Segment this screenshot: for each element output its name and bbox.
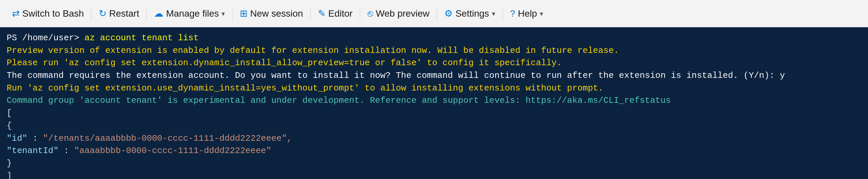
toolbar: ⇄ Switch to Bash ↻ Restart ☁ Manage file… — [0, 0, 868, 27]
switch-bash-label: Switch to Bash — [22, 8, 84, 19]
restart-label: Restart — [109, 8, 139, 19]
terminal-line-5: Command group 'account tenant' is experi… — [7, 94, 861, 107]
command-text: az account tenant list — [85, 33, 198, 43]
settings-button[interactable]: ⚙ Settings ▾ — [438, 0, 501, 27]
editor-label: Editor — [328, 8, 352, 19]
json-id-value: "/tenants/aaaabbbb-0000-cccc-1111-dddd22… — [43, 133, 292, 143]
terminal-json-open-bracket: [ — [7, 107, 861, 120]
manage-files-chevron-icon: ▾ — [221, 10, 225, 18]
terminal-panel[interactable]: PS /home/user> az account tenant list Pr… — [0, 27, 868, 179]
editor-button[interactable]: ✎ Editor — [312, 0, 359, 27]
divider-1 — [91, 7, 91, 20]
web-preview-label: Web preview — [376, 8, 429, 19]
web-preview-button[interactable]: ⎋ Web preview — [362, 0, 435, 27]
json-tenantid-value: "aaaabbbb-0000-cccc-1111-dddd2222eeee" — [74, 146, 271, 156]
switch-bash-icon: ⇄ — [12, 8, 20, 19]
terminal-line-2: Please run 'az config set extension.dyna… — [7, 57, 861, 69]
settings-label: Settings — [455, 8, 489, 19]
settings-chevron-icon: ▾ — [492, 10, 495, 18]
web-preview-icon: ⎋ — [368, 8, 373, 19]
divider-3 — [232, 7, 232, 20]
json-tenantid-key: "tenantId" — [7, 146, 59, 156]
terminal-line-4: Run 'az config set extension.use_dynamic… — [7, 82, 861, 95]
help-label: Help — [518, 8, 537, 19]
terminal-prompt-line: PS /home/user> az account tenant list — [7, 32, 861, 44]
terminal-line-3: The command requires the extension accou… — [7, 69, 861, 82]
help-chevron-icon: ▾ — [540, 10, 543, 18]
manage-files-label: Manage files — [166, 8, 219, 19]
new-session-icon: ⊞ — [240, 8, 247, 19]
help-button[interactable]: ? Help ▾ — [504, 0, 549, 27]
terminal-json-brace-close: } — [7, 157, 861, 170]
divider-7 — [502, 7, 503, 20]
restart-icon: ↻ — [99, 8, 106, 19]
manage-files-icon: ☁ — [154, 8, 163, 19]
terminal-json-tenantid-line: "tenantId" : "aaaabbbb-0000-cccc-1111-dd… — [7, 145, 861, 157]
settings-icon: ⚙ — [444, 8, 453, 19]
help-icon: ? — [510, 8, 516, 19]
manage-files-button[interactable]: ☁ Manage files ▾ — [148, 0, 231, 27]
prompt-text: PS /home/user> — [7, 33, 79, 43]
divider-4 — [310, 7, 311, 20]
json-id-key: "id" — [7, 133, 27, 143]
terminal-json-id-line: "id" : "/tenants/aaaabbbb-0000-cccc-1111… — [7, 132, 861, 145]
new-session-button[interactable]: ⊞ New session — [234, 0, 309, 27]
switch-to-bash-button[interactable]: ⇄ Switch to Bash — [6, 0, 90, 27]
divider-5 — [360, 7, 360, 20]
divider-6 — [437, 7, 437, 20]
terminal-json-brace-open: { — [7, 120, 861, 132]
divider-2 — [146, 7, 147, 20]
restart-button[interactable]: ↻ Restart — [93, 0, 145, 27]
terminal-json-close-bracket: ] — [7, 170, 861, 179]
terminal-line-1: Preview version of extension is enabled … — [7, 44, 861, 57]
editor-icon: ✎ — [318, 8, 326, 19]
new-session-label: New session — [250, 8, 303, 19]
